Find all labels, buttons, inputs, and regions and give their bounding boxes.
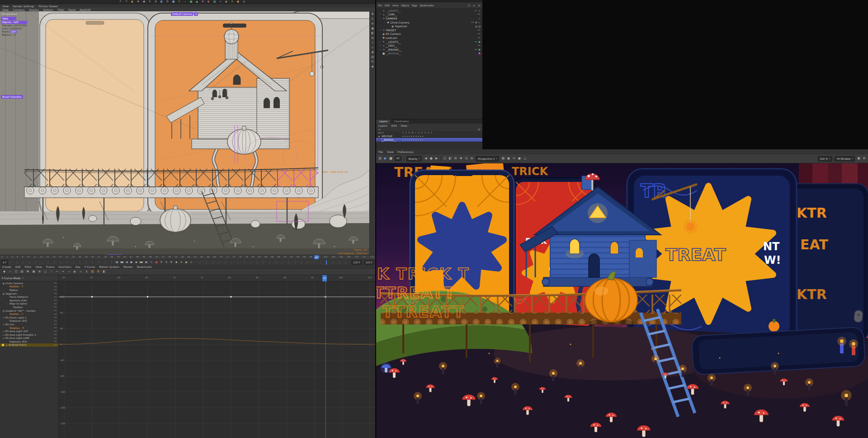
layer-tab[interactable]: Layers [376, 119, 391, 124]
expander-icon[interactable]: + [378, 41, 382, 43]
home-icon[interactable]: ⌂ [472, 4, 476, 7]
histogram-icon[interactable]: ▥ [378, 157, 382, 160]
flat-tangent-icon[interactable]: — [67, 270, 71, 273]
clay-icon[interactable]: ● [518, 157, 521, 160]
fcurve-icon[interactable]: ~ [9, 270, 12, 273]
fcurve-playhead-line[interactable] [326, 281, 326, 438]
snapshot-icon[interactable]: ◫ [443, 157, 446, 160]
layer-tab[interactable]: Coordinates [391, 119, 412, 124]
start-ipr-icon[interactable]: ▶ [384, 157, 387, 160]
playhead[interactable] [326, 260, 327, 265]
render-view-icon[interactable]: ◧ [160, 0, 163, 3]
object-label[interactable]: TARGET [386, 29, 396, 32]
layer-menu-item[interactable]: View [401, 124, 407, 127]
layer-row[interactable]: __Archive__ [376, 138, 482, 142]
pass-selector[interactable]: Beauty▾ [406, 156, 422, 162]
axis-icon[interactable]: + [371, 41, 374, 44]
object-manager-menu-item[interactable]: File [378, 4, 382, 7]
expander-icon[interactable]: − [383, 21, 386, 24]
layer-color-swatch[interactable] [378, 139, 380, 141]
dots-icon[interactable] [478, 36, 481, 39]
record-keyframe-icon[interactable]: ● [155, 261, 158, 264]
timeline-menu-item[interactable]: Marker [123, 265, 133, 268]
region-render-icon[interactable]: ⊡ [465, 157, 468, 160]
view-toggle-icon[interactable]: ◧ [371, 32, 374, 35]
viewport-menu-item[interactable]: Display [29, 8, 39, 11]
object-row[interactable]: + ◇ __CAM__ [376, 13, 482, 17]
fcurve-track-row[interactable]: Position . Y [0, 312, 58, 316]
timeline-menu-item[interactable]: Edit [15, 265, 21, 268]
timeline-ruler[interactable]: 97 [0, 255, 375, 259]
dots-icon[interactable] [478, 29, 481, 32]
dots-icon[interactable] [478, 13, 481, 16]
timeline-menu-item[interactable]: Frame [46, 265, 55, 268]
object-label[interactable]: __Archive__ [386, 52, 401, 55]
renderview-menu-item[interactable]: File [378, 150, 383, 153]
fcurve-track-row[interactable]: Position [0, 305, 58, 309]
view-pan-icon[interactable]: ✚ [371, 13, 374, 16]
fcurve-track-row[interactable]: ◉ Circle Camera [0, 281, 58, 285]
light-icon[interactable]: ☀ [231, 0, 234, 3]
object-label[interactable]: __LIGHTS__ [386, 40, 401, 43]
fcurve-track-row[interactable]: ▭ RS Area Light Pumpkin 1 [0, 333, 58, 337]
object-row[interactable]: + ◇ __GEO__ [376, 43, 482, 48]
field-icon[interactable]: ◐ [207, 0, 210, 3]
volume-icon[interactable]: ▧ [213, 0, 216, 3]
ab-compare-icon[interactable]: ◧ [448, 157, 452, 160]
object-row[interactable]: + ◇ TARGET [376, 28, 482, 32]
fcurve-track-row[interactable]: Rotation . P [0, 326, 58, 330]
bucket-icon[interactable]: ◼ [507, 157, 510, 160]
next-snapshot-icon[interactable]: ▶ [435, 157, 438, 160]
loop-icon[interactable]: ↻ [150, 261, 153, 264]
layer-color-swatch[interactable] [378, 135, 380, 138]
wrench-icon[interactable]: ⚙ [97, 270, 100, 273]
next-key-icon[interactable]: ▶▶ [140, 261, 143, 264]
camera-icon[interactable]: ◉ [371, 51, 374, 54]
object-manager-menu-item[interactable]: Object [401, 4, 409, 7]
viewport-menu-item[interactable]: Panel [68, 8, 75, 11]
green-icon[interactable] [478, 48, 481, 51]
snap-magnet-icon[interactable]: ∪ [189, 261, 193, 264]
rotate-icon[interactable]: ↻ [148, 0, 151, 3]
viewport-menu-item[interactable]: Filter [57, 8, 64, 11]
fcurve-track-row[interactable]: ◉ YagaCam [0, 292, 58, 295]
rt-toggle[interactable]: RT [395, 156, 401, 161]
magenta-icon[interactable] [478, 52, 481, 55]
filter-icon[interactable]: ≡ [477, 4, 481, 7]
object-row[interactable]: ◉ RS Camera [376, 32, 482, 36]
previous-key-icon[interactable]: ◀◀ [120, 261, 123, 264]
object-manager-menu-item[interactable]: View [392, 4, 398, 7]
record-scale-icon[interactable]: S [165, 261, 168, 264]
max-frame-field[interactable]: 115 F [364, 260, 374, 265]
stop-render-icon[interactable]: ■ [389, 157, 392, 160]
denoise-icon[interactable]: ✳ [512, 157, 515, 160]
pen-icon[interactable]: ✎ [178, 0, 181, 3]
extrude-icon[interactable]: ▲ [195, 0, 198, 3]
fcurve-track-row[interactable]: ▯ Android Phone [0, 343, 58, 347]
scale-icon[interactable]: ▣ [142, 0, 146, 3]
record-rotation-icon[interactable]: R [170, 261, 173, 264]
fcurve-track-row[interactable]: ~ Align to Spline [0, 302, 58, 306]
timeline-menu-item[interactable]: View [35, 265, 42, 268]
fcurve-track-row[interactable]: Radius [0, 288, 58, 292]
linear-tangent-icon[interactable]: / [50, 270, 53, 273]
next-frame-icon[interactable]: ▶ [135, 261, 138, 264]
render-image[interactable]: TREATT K TRICK T TRICK KTR EAT KTR [376, 163, 868, 438]
object-row[interactable]: − ◇ CAMERA [376, 16, 482, 20]
fcurve-track-row[interactable]: Exposure (EV) [0, 340, 58, 343]
object-label[interactable]: YagaCam [395, 24, 407, 28]
fcurve-track-row[interactable]: Focus Distance [0, 295, 58, 299]
object-row[interactable]: + ◇ __ENVIRO__ [376, 48, 482, 52]
dots-icon[interactable] [478, 44, 481, 47]
grid-icon[interactable]: ⊞ [371, 37, 374, 40]
dots-icon[interactable] [472, 21, 474, 24]
timeline-menu-item[interactable]: Functions [58, 265, 71, 268]
fcurve-track-row[interactable]: ▧ Gradient "SKY" - horizon [0, 309, 58, 313]
layer-label[interactable]: ARCHIVE [382, 135, 392, 138]
check-icon[interactable] [478, 9, 481, 12]
target-icon[interactable] [475, 24, 477, 28]
timeline-menu-item[interactable]: Filter [25, 265, 32, 268]
primitive-cube-icon[interactable]: ■ [172, 0, 175, 3]
render-settings-icon[interactable]: ⚙ [166, 0, 169, 3]
zoom-selector[interactable]: 100 %▾ [818, 156, 833, 162]
